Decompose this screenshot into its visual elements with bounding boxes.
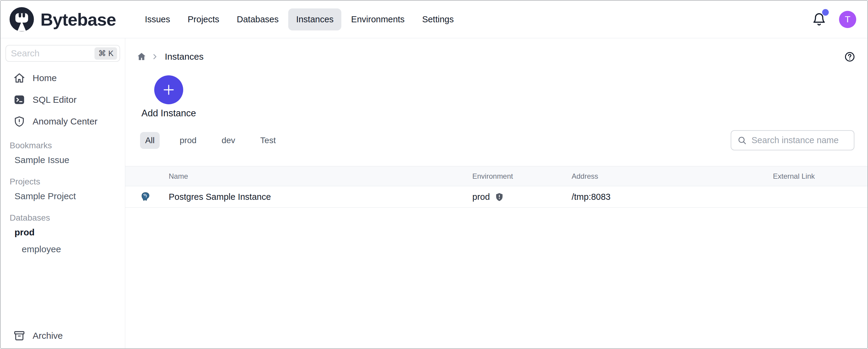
nav-item-projects[interactable]: Projects <box>180 8 227 30</box>
home-icon <box>13 72 25 84</box>
search-icon <box>737 136 747 145</box>
environment-cell: prod <box>472 186 571 207</box>
shield-alert-icon <box>13 115 25 128</box>
nav-item-instances[interactable]: Instances <box>288 8 341 30</box>
add-instance-block: Add Instance <box>154 75 183 119</box>
nav-item-environments[interactable]: Environments <box>343 8 412 30</box>
sidebar-search: ⌘ K <box>5 45 120 62</box>
breadcrumb-home[interactable] <box>136 51 147 62</box>
column-header-external-link: External Link <box>773 166 867 186</box>
sidebar: ⌘ K Home SQL Editor <box>1 38 125 348</box>
nav-item-settings[interactable]: Settings <box>414 8 462 30</box>
add-instance-button[interactable] <box>154 75 183 104</box>
brand-name: Bytebase <box>40 9 116 30</box>
home-icon <box>136 51 147 62</box>
tab-prod[interactable]: prod <box>175 132 202 149</box>
section-header: Bookmarks <box>1 140 125 151</box>
plus-icon <box>161 82 176 97</box>
notification-dot <box>822 9 829 16</box>
sidebar-item-home[interactable]: Home <box>1 67 125 89</box>
breadcrumb: Instances <box>125 38 867 62</box>
sidebar-item-db-employee[interactable]: employee <box>1 241 125 258</box>
terminal-icon <box>13 94 25 106</box>
main-nav: Issues Projects Databases Instances Envi… <box>137 8 462 30</box>
top-navbar: Bytebase Issues Projects Databases Insta… <box>1 1 867 38</box>
search-shortcut-key: ⌘ K <box>94 47 117 60</box>
sidebar-item-anomaly-center[interactable]: Anomaly Center <box>1 111 125 132</box>
help-button[interactable] <box>844 51 855 62</box>
brand-logo[interactable]: Bytebase <box>8 6 116 33</box>
breadcrumb-current: Instances <box>165 51 204 62</box>
sidebar-item-sample-project[interactable]: Sample Project <box>1 188 125 205</box>
instance-external-link <box>773 186 867 208</box>
nav-item-issues[interactable]: Issues <box>137 8 178 30</box>
sidebar-item-sample-issue[interactable]: Sample Issue <box>1 151 125 169</box>
main-content: Instances Add Instance <box>125 38 867 348</box>
instance-search <box>731 130 855 150</box>
engine-cell <box>125 186 169 208</box>
table-header-row: Name Environment Address External Link <box>125 166 867 186</box>
column-header-engine <box>125 166 169 186</box>
shield-icon <box>495 192 504 202</box>
table-row[interactable]: Postgres Sample Instance prod <box>125 186 867 208</box>
column-header-environment: Environment <box>472 166 571 186</box>
column-header-name: Name <box>169 166 472 186</box>
sidebar-item-label: Archive <box>33 330 63 341</box>
instance-search-input[interactable] <box>751 135 848 145</box>
column-header-address: Address <box>571 166 773 186</box>
add-instance-label: Add Instance <box>142 108 196 119</box>
tab-all[interactable]: All <box>140 132 160 149</box>
bytebase-app: Bytebase Issues Projects Databases Insta… <box>0 0 868 349</box>
tab-test[interactable]: Test <box>255 132 281 149</box>
instance-name: Postgres Sample Instance <box>169 186 472 208</box>
sidebar-nav: Home SQL Editor Anomaly Center <box>1 67 125 132</box>
chevron-right-icon <box>151 53 159 61</box>
sidebar-search-input[interactable] <box>11 48 94 59</box>
notifications-button[interactable] <box>812 12 826 27</box>
postgres-icon <box>140 192 151 202</box>
sidebar-item-sql-editor[interactable]: SQL Editor <box>1 89 125 111</box>
help-circle-icon <box>844 51 855 62</box>
archive-icon <box>13 330 25 342</box>
instance-toolbar: All prod dev Test <box>125 130 867 150</box>
sidebar-item-label: Anomaly Center <box>33 116 97 127</box>
sidebar-item-label: Home <box>33 73 57 83</box>
user-avatar[interactable]: T <box>839 11 856 28</box>
instance-address: /tmp:8083 <box>571 186 773 208</box>
bytebase-logo-icon <box>8 6 35 33</box>
sidebar-section-projects: Projects Sample Project <box>1 176 125 205</box>
environment-name: prod <box>472 192 490 202</box>
sidebar-item-label: SQL Editor <box>33 95 77 105</box>
tab-dev[interactable]: dev <box>216 132 240 149</box>
sidebar-item-archive[interactable]: Archive <box>1 326 125 345</box>
sidebar-section-databases: Databases prod employee <box>1 212 125 258</box>
sidebar-section-bookmarks: Bookmarks Sample Issue <box>1 140 125 169</box>
navbar-right: T <box>812 11 856 28</box>
section-header: Projects <box>1 176 125 188</box>
nav-item-databases[interactable]: Databases <box>229 8 287 30</box>
section-header: Databases <box>1 212 125 224</box>
instances-table: Name Environment Address External Link <box>125 166 867 208</box>
sidebar-item-env-prod[interactable]: prod <box>1 224 125 241</box>
